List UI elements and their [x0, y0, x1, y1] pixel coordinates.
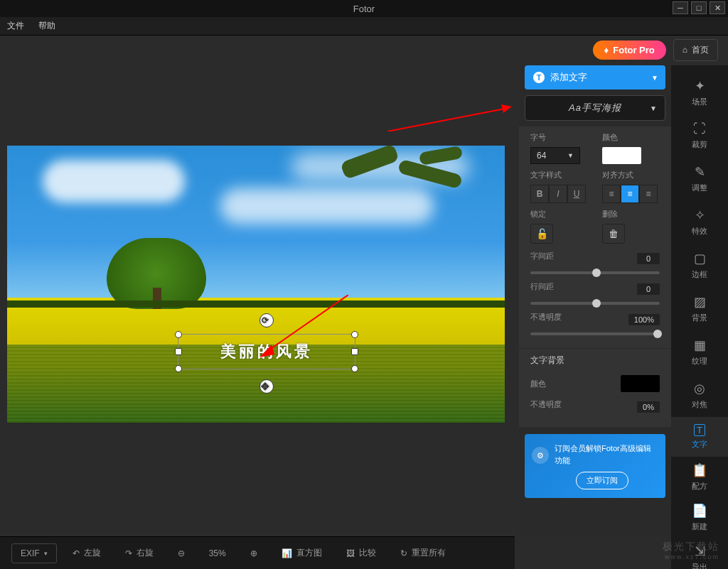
- resize-handle-br[interactable]: [351, 365, 358, 372]
- menu-file[interactable]: 文件: [7, 20, 24, 32]
- focus-icon: ◎: [694, 381, 705, 396]
- close-button[interactable]: ✕: [710, 1, 725, 14]
- slider-thumb[interactable]: [592, 269, 601, 277]
- align-center-button[interactable]: ≡: [621, 185, 639, 203]
- maximize-button[interactable]: □: [691, 1, 707, 14]
- resize-handle-bl[interactable]: [175, 365, 182, 372]
- opacity-slider[interactable]: [530, 332, 660, 335]
- align-left-button[interactable]: ≡: [602, 185, 621, 203]
- underline-button[interactable]: U: [567, 185, 586, 203]
- font-selector[interactable]: Aa手写海报 ▼: [525, 95, 665, 121]
- resize-handle-tl[interactable]: [175, 331, 182, 338]
- sidebar-item-texture[interactable]: ▦纹理: [671, 330, 728, 374]
- svg-marker-1: [501, 104, 512, 113]
- zoom-out-button[interactable]: ⊖: [169, 544, 193, 563]
- export-icon: ⇲: [695, 543, 705, 559]
- move-handle[interactable]: ✥: [259, 379, 274, 394]
- app-title: Fotor: [353, 4, 375, 14]
- bottom-toolbar: EXIF▾ ↶左旋 ↷右旋 ⊖ 35% ⊕ 📊直方图 🖼比较 ↻重置所有: [0, 536, 515, 569]
- opacity-label: 不透明度: [530, 312, 562, 323]
- bg-color-label: 颜色: [530, 379, 546, 389]
- sidebar-item-recipe[interactable]: 📋配方: [671, 457, 728, 497]
- sidebar-item-scene[interactable]: ✦场景: [671, 71, 728, 114]
- fotor-pro-button[interactable]: ♦ Fotor Pro: [593, 40, 666, 60]
- opacity-value: 100%: [628, 314, 660, 325]
- sidebar-item-text[interactable]: T文字: [671, 417, 728, 457]
- rotate-right-button[interactable]: ↷右旋: [117, 543, 162, 563]
- delete-button[interactable]: 🗑: [602, 224, 625, 244]
- chevron-down-icon: ▼: [650, 104, 658, 112]
- delete-label: 删除: [602, 209, 660, 220]
- sidebar-item-new[interactable]: 📄新建: [671, 497, 728, 538]
- text-selection-box[interactable]: 美丽的风景 ⟳ ✥: [178, 334, 355, 369]
- trash-icon: 🗑: [609, 228, 619, 239]
- letter-spacing-label: 字间距: [530, 251, 554, 261]
- minimize-button[interactable]: ─: [673, 1, 688, 14]
- slider-thumb[interactable]: [653, 330, 662, 338]
- sidebar-item-focus[interactable]: ◎对焦: [671, 374, 728, 417]
- compare-icon: 🖼: [346, 548, 355, 558]
- line-spacing-slider[interactable]: [530, 302, 660, 305]
- bg-opacity-value: 0%: [637, 401, 660, 413]
- home-icon: ⌂: [682, 45, 687, 55]
- border-icon: ▢: [694, 251, 706, 266]
- add-text-button[interactable]: T 添加文字 ▼: [525, 65, 665, 90]
- reset-button[interactable]: ↻重置所有: [392, 543, 454, 563]
- canvas-text: 美丽的风景: [220, 341, 313, 362]
- align-label: 对齐方式: [602, 170, 660, 180]
- pro-label: Fotor Pro: [613, 45, 655, 55]
- bold-button[interactable]: B: [530, 185, 549, 203]
- sidebar-item-effect[interactable]: ✧特效: [671, 200, 728, 244]
- image-canvas[interactable]: 美丽的风景 ⟳ ✥: [7, 146, 505, 423]
- svg-line-0: [387, 109, 505, 131]
- sidebar-item-border[interactable]: ▢边框: [671, 244, 728, 287]
- bg-opacity-label: 不透明度: [530, 399, 562, 410]
- subscribe-button[interactable]: 立即订阅: [576, 472, 628, 489]
- resize-handle-ml[interactable]: [175, 348, 182, 355]
- text-icon: T: [533, 72, 545, 83]
- resize-handle-tr[interactable]: [351, 331, 358, 338]
- compare-button[interactable]: 🖼比较: [338, 543, 385, 563]
- font-name: Aa手写海报: [569, 102, 621, 114]
- letter-spacing-value: 0: [637, 253, 660, 264]
- diamond-icon: ♦: [604, 45, 609, 55]
- text-bg-section: 文字背景 颜色 不透明度 0%: [519, 349, 671, 427]
- exif-button[interactable]: EXIF▾: [11, 543, 57, 563]
- sparkle-icon: ✦: [695, 78, 705, 94]
- text-color-swatch[interactable]: [602, 147, 641, 164]
- chevron-down-icon: ▼: [567, 152, 574, 159]
- sidebar-item-bg[interactable]: ▨背景: [671, 287, 728, 330]
- italic-button[interactable]: I: [549, 185, 567, 203]
- rotate-handle[interactable]: ⟳: [259, 313, 274, 327]
- reset-icon: ↻: [400, 548, 407, 558]
- texture-icon: ▦: [694, 337, 706, 353]
- font-size-selector[interactable]: 64 ▼: [530, 147, 580, 164]
- chevron-down-icon: ▼: [651, 74, 658, 82]
- slider-thumb[interactable]: [592, 299, 601, 308]
- crop-icon: ⛶: [693, 121, 706, 136]
- sidebar-item-adjust[interactable]: ✎调整: [671, 157, 728, 200]
- lock-button[interactable]: 🔓: [530, 224, 553, 244]
- align-right-button[interactable]: ≡: [639, 185, 658, 203]
- home-button[interactable]: ⌂ 首页: [673, 39, 718, 61]
- menu-help[interactable]: 帮助: [38, 20, 55, 32]
- letter-spacing-slider[interactable]: [530, 271, 660, 274]
- sliders-icon: ⚙: [532, 447, 549, 464]
- histogram-button[interactable]: 📊直方图: [273, 543, 331, 563]
- zoom-level[interactable]: 35%: [200, 544, 235, 563]
- size-label: 字号: [530, 132, 588, 143]
- style-label: 文字样式: [530, 170, 588, 180]
- add-text-label: 添加文字: [550, 71, 587, 84]
- file-icon: 📄: [692, 503, 707, 519]
- bg-color-swatch[interactable]: [621, 375, 660, 392]
- decorative-treeline: [7, 300, 505, 308]
- zoom-in-button[interactable]: ⊕: [242, 544, 266, 563]
- zoom-out-icon: ⊖: [178, 548, 185, 558]
- sidebar-item-crop[interactable]: ⛶裁剪: [671, 114, 728, 157]
- sidebar-item-export[interactable]: ⇲导出: [671, 538, 728, 569]
- rotate-left-button[interactable]: ↶左旋: [64, 543, 109, 563]
- resize-handle-mr[interactable]: [351, 348, 358, 355]
- window-controls: ─ □ ✕: [673, 1, 725, 14]
- promo-text: 订阅会员解锁Fotor高级编辑功能: [555, 443, 657, 466]
- decorative-branches: [327, 146, 469, 202]
